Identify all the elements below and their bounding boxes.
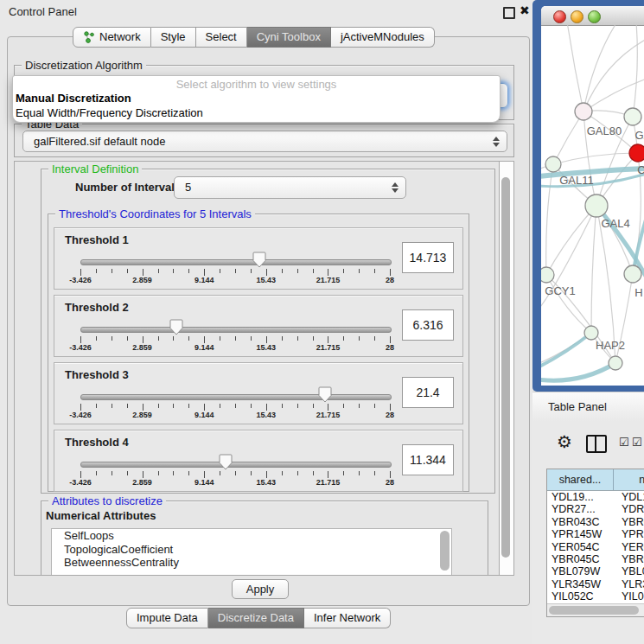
network-node[interactable] — [624, 108, 641, 125]
scrollbar-thumb[interactable] — [549, 606, 639, 615]
close-window-icon[interactable] — [553, 10, 566, 23]
network-node[interactable] — [575, 103, 592, 120]
panel-title: Control Panel — [9, 5, 77, 18]
slider-track[interactable] — [80, 327, 392, 333]
threshold-value-field[interactable]: 14.713 — [402, 242, 454, 273]
table-column-header[interactable]: shared... — [547, 469, 614, 490]
tab-discretize-data[interactable]: Discretize Data — [208, 608, 304, 628]
slider-track[interactable] — [80, 394, 392, 400]
checkbox-icon[interactable]: ☑ — [619, 437, 629, 448]
network-node[interactable] — [585, 194, 608, 217]
table-cell[interactable]: YBL079W — [547, 565, 617, 577]
table-cell[interactable]: YBR0 — [617, 553, 644, 565]
tab-infer-network[interactable]: Infer Network — [304, 608, 391, 628]
table-row[interactable]: YER054CYER0 — [547, 541, 644, 553]
table-row[interactable]: YDL19...YDL1 — [547, 491, 644, 503]
table-row[interactable]: YPR145WYPR1 — [547, 528, 644, 540]
table-cell[interactable]: YBR043C — [547, 516, 617, 528]
tab-style[interactable]: Style — [151, 27, 196, 48]
threshold-value-field[interactable]: 6.316 — [402, 309, 454, 341]
tab-cyni-toolbox[interactable]: Cyni Toolbox — [247, 27, 331, 48]
slider-thumb[interactable] — [169, 319, 183, 335]
network-edge — [541, 363, 615, 380]
slider-thumb[interactable] — [219, 454, 233, 470]
network-node[interactable] — [624, 265, 641, 283]
table-row[interactable]: YBR043CYBR0 — [547, 516, 644, 528]
network-node[interactable] — [545, 156, 561, 172]
close-panel-icon[interactable]: ✖ — [520, 3, 530, 17]
tab-network[interactable]: Network — [73, 27, 151, 48]
table-cell[interactable]: YBL0 — [617, 565, 644, 577]
slider-thumb[interactable] — [318, 386, 332, 403]
threshold-value-field[interactable]: 11.344 — [402, 444, 454, 475]
attribute-list-scrollbar[interactable] — [440, 531, 450, 571]
settings-vertical-scrollbar[interactable] — [499, 161, 514, 576]
tab-select[interactable]: Select — [196, 27, 247, 48]
table-cell[interactable]: YBR045C — [547, 553, 617, 565]
network-node[interactable] — [541, 267, 554, 283]
numerical-attributes-list[interactable]: SelfLoopsTopologicalCoefficientBetweenne… — [51, 528, 452, 576]
network-node[interactable] — [629, 144, 644, 162]
table-row[interactable]: YBR045CYBR0 — [547, 553, 644, 565]
gear-icon[interactable]: ⚙ — [557, 433, 572, 450]
slider-tick — [188, 336, 189, 341]
network-view-content: GAL80GACGAL11GAL4GCY1HHAP2 — [541, 6, 644, 386]
table-cell[interactable]: YER054C — [547, 541, 617, 553]
table-cell[interactable]: YBR0 — [617, 516, 644, 528]
slider-tick-label: 21.715 — [309, 343, 347, 352]
attribute-list-item[interactable]: TopologicalCoefficient — [52, 543, 451, 557]
slider-track[interactable] — [80, 462, 392, 468]
apply-button[interactable]: Apply — [232, 579, 289, 599]
algorithm-popup-hint: Select algorithm to view settings — [13, 78, 500, 91]
slider-tick-label: 21.715 — [309, 411, 347, 419]
table-cell[interactable]: YLR345W — [547, 578, 617, 590]
table-column-header[interactable]: n... — [614, 469, 644, 490]
table-cell[interactable]: YDR2 — [617, 503, 644, 515]
checkbox-icon[interactable]: ☑ — [632, 437, 642, 448]
table-cell[interactable]: YPR1 — [617, 528, 644, 540]
slider-thumb[interactable] — [252, 252, 266, 268]
algorithm-popup-item[interactable]: Manual Discretization — [13, 91, 500, 105]
attribute-list-item[interactable]: BetweennessCentrality — [52, 556, 451, 570]
threshold-value-field[interactable]: 21.4 — [402, 377, 454, 408]
minimize-window-icon[interactable] — [571, 10, 583, 23]
table-cell[interactable]: YDR27... — [547, 503, 617, 515]
table-row[interactable]: YBL079WYBL0 — [547, 565, 644, 577]
number-of-intervals-combobox[interactable]: 5 — [174, 176, 406, 199]
table-row[interactable]: YIL052CYIL0 — [547, 590, 644, 603]
slider-tick — [282, 404, 283, 408]
network-node[interactable] — [584, 326, 598, 340]
node-label: GCY1 — [545, 284, 575, 297]
top-tab-bar: Network Style Select Cyni Toolbox jActiv… — [73, 27, 435, 48]
float-panel-icon[interactable] — [503, 7, 515, 19]
slider-tick — [204, 471, 205, 478]
table-cell[interactable]: YDL19... — [547, 491, 617, 503]
table-row[interactable]: YLR345WYLR3 — [547, 578, 644, 590]
tab-impute-data[interactable]: Impute Data — [126, 608, 208, 628]
zoom-window-icon[interactable] — [588, 10, 601, 23]
table-cell[interactable]: YLR3 — [617, 578, 644, 590]
scrollbar-thumb[interactable] — [501, 177, 510, 558]
slider-tick-label: 21.715 — [309, 276, 347, 284]
table-cell[interactable]: YER0 — [617, 541, 644, 553]
table-cell[interactable]: YDL1 — [617, 491, 644, 503]
node-label: H — [634, 286, 642, 299]
tab-jactivemnodules[interactable]: jActiveMNodules — [331, 27, 435, 48]
network-window-titlebar[interactable] — [541, 6, 644, 26]
network-node[interactable] — [609, 356, 622, 370]
table-row[interactable]: YDR27...YDR2 — [547, 503, 644, 515]
table-horizontal-scrollbar[interactable] — [547, 603, 644, 616]
slider-tick — [112, 336, 112, 341]
slider-track[interactable] — [80, 259, 392, 265]
table-data-combobox[interactable]: galFiltered.sif default node — [22, 131, 507, 152]
algorithm-dropdown-popup: Select algorithm to view settings Manual… — [12, 75, 501, 123]
slider-tick — [112, 404, 112, 408]
table-cell[interactable]: YIL0 — [617, 590, 644, 603]
attribute-list-item[interactable]: SelfLoops — [52, 529, 451, 543]
slider-tick — [328, 404, 328, 411]
algorithm-popup-item[interactable]: Equal Width/Frequency Discretization — [13, 105, 500, 120]
table-cell[interactable]: YIL052C — [547, 590, 617, 603]
table-cell[interactable]: YPR145W — [547, 528, 617, 540]
columns-icon[interactable] — [586, 435, 607, 453]
network-canvas[interactable]: GAL80GACGAL11GAL4GCY1HHAP2 — [541, 25, 644, 386]
